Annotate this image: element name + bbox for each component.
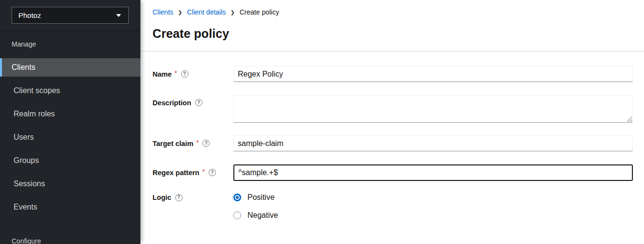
breadcrumb-current-page: Create policy <box>240 8 279 16</box>
breadcrumb: Clients ❯ Client details ❯ Create policy <box>153 8 632 16</box>
regex-pattern-input[interactable] <box>233 164 633 181</box>
logic-radio-positive[interactable]: Positive <box>233 193 633 202</box>
name-label: Name <box>153 70 172 78</box>
form-row-logic: Logic ? Positive Negative <box>153 193 633 220</box>
description-textarea[interactable] <box>233 95 633 123</box>
page-title: Create policy <box>153 26 632 41</box>
form-row-regex-pattern: Regex pattern * ? <box>153 164 633 181</box>
description-input-col <box>233 95 633 123</box>
help-icon[interactable]: ? <box>195 99 202 106</box>
help-icon[interactable]: ? <box>202 140 210 147</box>
logic-positive-label: Positive <box>247 193 275 202</box>
breadcrumb-client-details-link[interactable]: Client details <box>187 8 226 16</box>
main-content: Clients ❯ Client details ❯ Create policy… <box>140 0 644 244</box>
radio-unselected-icon[interactable] <box>233 211 241 219</box>
sidebar-divider <box>0 31 140 31</box>
logic-radio-negative[interactable]: Negative <box>233 211 633 220</box>
form-row-name: Name * ? <box>153 66 633 82</box>
sidebar-item-realm-roles[interactable]: Realm roles <box>0 105 140 123</box>
name-input[interactable] <box>233 66 633 82</box>
sidebar-item-clients[interactable]: Clients <box>0 58 140 77</box>
page: Photoz Manage Clients Client scopes Real… <box>0 0 644 244</box>
chevron-right-icon: ❯ <box>178 9 182 16</box>
sidebar-item-users[interactable]: Users <box>0 128 140 146</box>
form-row-target-claim: Target claim * ? <box>153 135 633 151</box>
realm-selector-label: Photoz <box>18 11 41 19</box>
required-asterisk: * <box>202 168 205 175</box>
regex-pattern-input-col <box>233 164 633 181</box>
target-claim-label: Target claim <box>153 140 193 147</box>
required-asterisk: * <box>175 69 177 77</box>
target-claim-input-col <box>233 135 633 151</box>
chevron-right-icon: ❯ <box>230 9 234 16</box>
sidebar-item-events[interactable]: Events <box>0 198 140 216</box>
description-label: Description <box>153 99 191 107</box>
chevron-down-icon <box>116 14 121 17</box>
nav-section-configure: Configure <box>0 237 140 244</box>
form-row-description: Description ? <box>153 95 633 123</box>
create-policy-form: Name * ? Description ? <box>140 51 644 220</box>
help-icon[interactable]: ? <box>209 169 216 176</box>
logic-radio-group: Positive Negative <box>233 193 633 220</box>
logic-options-col: Positive Negative <box>233 193 633 220</box>
sidebar-item-client-scopes[interactable]: Client scopes <box>0 81 140 100</box>
sidebar: Photoz Manage Clients Client scopes Real… <box>0 0 140 244</box>
sidebar-item-groups[interactable]: Groups <box>0 151 140 170</box>
sidebar-nav-list: Clients Client scopes Realm roles Users … <box>0 58 140 216</box>
help-icon[interactable]: ? <box>181 70 188 78</box>
target-claim-input[interactable] <box>233 135 633 151</box>
regex-pattern-label-group: Regex pattern * ? <box>153 164 233 180</box>
realm-selector-dropdown[interactable]: Photoz <box>12 7 129 24</box>
breadcrumb-clients-link[interactable]: Clients <box>153 8 173 16</box>
logic-label: Logic <box>153 194 171 201</box>
content-header: Clients ❯ Client details ❯ Create policy… <box>140 0 644 51</box>
regex-pattern-label: Regex pattern <box>153 169 199 177</box>
target-claim-label-group: Target claim * ? <box>153 135 233 151</box>
logic-negative-label: Negative <box>247 211 278 220</box>
description-label-group: Description ? <box>153 95 233 123</box>
nav-section-manage: Manage <box>0 40 140 48</box>
sidebar-item-sessions[interactable]: Sessions <box>0 175 140 193</box>
name-label-group: Name * ? <box>153 66 233 82</box>
required-asterisk: * <box>196 139 199 146</box>
logic-label-group: Logic ? <box>153 193 233 202</box>
help-icon[interactable]: ? <box>175 194 183 201</box>
name-input-col <box>233 66 633 82</box>
radio-selected-icon[interactable] <box>233 194 241 201</box>
